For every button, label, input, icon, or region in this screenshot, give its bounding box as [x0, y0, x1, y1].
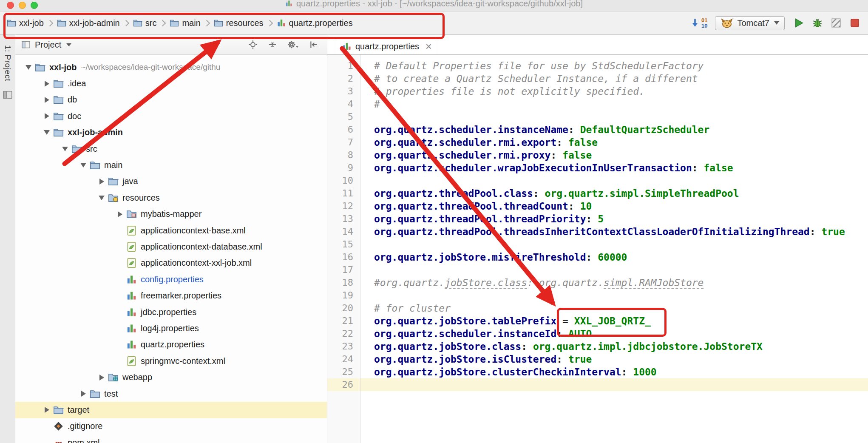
- incoming-changes-indicator[interactable]: 01 10: [690, 17, 707, 28]
- close-tab-icon[interactable]: ×: [425, 41, 432, 52]
- zoom-window-button[interactable]: [31, 2, 38, 9]
- tree-item-src[interactable]: src: [15, 141, 327, 157]
- tree-item-quartz.properties[interactable]: quartz.properties: [15, 337, 327, 353]
- collapse-all-button[interactable]: [268, 40, 277, 49]
- tree-item-pom.xml[interactable]: mpom.xml: [15, 434, 327, 443]
- tree-item-freemarker.properties[interactable]: freemarker.properties: [15, 287, 327, 304]
- tree-chevron-right-icon[interactable]: [95, 179, 108, 185]
- code-line-13[interactable]: org.quartz.threadPool.threadPriority: 5: [360, 213, 868, 225]
- folder-icon: [57, 18, 66, 28]
- folder-icon: [71, 144, 82, 154]
- tree-item-jdbc.properties[interactable]: jdbc.properties: [15, 304, 327, 320]
- project-stripe-button[interactable]: 1: Project: [3, 45, 12, 81]
- code-line-1[interactable]: # Default Properties file for use by Std…: [360, 60, 868, 72]
- tree-item-doc[interactable]: doc: [15, 108, 327, 124]
- tool-window-icon[interactable]: [3, 90, 13, 100]
- code-line-7[interactable]: org.quartz.scheduler.rmi.export: false: [360, 136, 868, 149]
- code-line-4[interactable]: #: [360, 98, 868, 111]
- locate-button[interactable]: [248, 40, 258, 49]
- code-line-10[interactable]: [360, 174, 868, 187]
- maven-icon: m: [53, 437, 64, 443]
- breadcrumb-quartz.properties[interactable]: quartz.properties: [277, 18, 353, 28]
- tree-item-applicationcontext-base.xml[interactable]: applicationcontext-base.xml: [15, 222, 327, 239]
- hide-button[interactable]: [309, 40, 318, 49]
- code-line-23[interactable]: org.quartz.jobStore.class: org.quartz.im…: [360, 340, 868, 353]
- tree-chevron-right-icon[interactable]: [113, 211, 126, 217]
- tree-chevron-right-icon[interactable]: [77, 391, 90, 397]
- editor-code[interactable]: # Default Properties file for use by Std…: [360, 55, 868, 443]
- code-line-24[interactable]: org.quartz.jobStore.isClustered: true: [360, 353, 868, 366]
- settings-button[interactable]: [287, 40, 299, 49]
- breadcrumb-src[interactable]: src: [133, 18, 157, 28]
- code-line-14[interactable]: org.quartz.threadPool.threadsInheritCont…: [360, 225, 868, 238]
- tree-chevron-right-icon[interactable]: [40, 113, 53, 119]
- code-token: jobStore.class: [445, 277, 527, 289]
- code-line-2[interactable]: # to create a Quartz Scheduler Instance,…: [360, 72, 868, 85]
- minimize-window-button[interactable]: [19, 2, 26, 9]
- tree-item-resources[interactable]: resources: [15, 190, 327, 206]
- tree-item-webapp[interactable]: webapp: [15, 369, 327, 385]
- stop-button[interactable]: [848, 17, 861, 29]
- tree-item-java[interactable]: java: [15, 173, 327, 190]
- breadcrumb-xxl-job-admin[interactable]: xxl-job-admin: [57, 18, 120, 28]
- tree-item-applicationcontext-xxl-job.xml[interactable]: applicationcontext-xxl-job.xml: [15, 255, 327, 271]
- code-line-25[interactable]: org.quartz.jobStore.clusterCheckinInterv…: [360, 366, 868, 378]
- code-line-20[interactable]: # for cluster: [360, 302, 868, 315]
- debug-button[interactable]: [811, 17, 824, 29]
- tree-chevron-right-icon[interactable]: [95, 375, 108, 381]
- tree-item-test[interactable]: test: [15, 386, 327, 402]
- tree-item-applicationcontext-database.xml[interactable]: applicationcontext-database.xml: [15, 239, 327, 255]
- breadcrumb-resources[interactable]: resources: [214, 18, 264, 28]
- breadcrumb-xxl-job[interactable]: xxl-job: [7, 18, 44, 28]
- tree-chevron-down-icon[interactable]: [22, 65, 35, 70]
- tree-item-target[interactable]: target: [15, 402, 327, 418]
- tree-chevron-down-icon[interactable]: [59, 147, 71, 151]
- code-line-5[interactable]: [360, 111, 868, 123]
- code-line-8[interactable]: org.quartz.scheduler.rmi.proxy: false: [360, 149, 868, 162]
- tree-chevron-down-icon[interactable]: [77, 163, 90, 168]
- run-configuration-select[interactable]: Tomcat7: [715, 16, 785, 30]
- tree-chevron-right-icon[interactable]: [40, 97, 53, 103]
- breadcrumb-main[interactable]: main: [170, 18, 200, 28]
- tree-item-xxl-job[interactable]: xxl-job~/workspaces/idea-git-workspace/g…: [15, 59, 327, 75]
- tree-item-springmvc-context.xml[interactable]: springmvc-context.xml: [15, 353, 327, 369]
- tree-item-xxl-job-admin[interactable]: xxl-job-admin: [15, 125, 327, 141]
- tree-chevron-down-icon[interactable]: [40, 130, 53, 135]
- code-line-18[interactable]: #org.quartz.jobStore.class: org.quartz.s…: [360, 276, 868, 289]
- tree-item-.idea[interactable]: .idea: [15, 75, 327, 91]
- tree-item-.gitignore[interactable]: .gitignore: [15, 418, 327, 434]
- tree-chevron-right-icon[interactable]: [40, 81, 53, 87]
- code-line-9[interactable]: org.quartz.scheduler.wrapJobExecutionInU…: [360, 162, 868, 174]
- code-token: :: [556, 354, 568, 365]
- code-line-19[interactable]: [360, 289, 868, 302]
- tree-item-log4j.properties[interactable]: log4j.properties: [15, 320, 327, 336]
- code-line-17[interactable]: [360, 264, 868, 276]
- code-line-3[interactable]: # properties file is not explicitly spec…: [360, 85, 868, 98]
- run-with-coverage-button[interactable]: [830, 17, 842, 29]
- code-token: :: [586, 252, 598, 263]
- code-line-6[interactable]: org.quartz.scheduler.instanceName: Defau…: [360, 123, 868, 136]
- tab-quartz-properties[interactable]: quartz.properties ×: [336, 38, 438, 54]
- code-line-12[interactable]: org.quartz.threadPool.threadCount: 10: [360, 200, 868, 213]
- project-panel-title[interactable]: Project: [35, 40, 61, 50]
- tree-item-config.properties[interactable]: config.properties: [15, 271, 327, 287]
- project-tool-window: Project xxl-job~/workspaces/idea-git-wor…: [15, 35, 327, 443]
- code-token: :: [810, 226, 822, 237]
- code-line-22[interactable]: org.quartz.scheduler.instanceId: AUTO: [360, 327, 868, 340]
- breadcrumb-label: resources: [226, 18, 264, 28]
- line-number: 5: [327, 111, 360, 123]
- tree-item-main[interactable]: main: [15, 157, 327, 173]
- panel-view-chevron-icon[interactable]: [66, 43, 71, 46]
- code-line-26[interactable]: [360, 378, 868, 391]
- tree-chevron-right-icon[interactable]: [40, 407, 53, 413]
- run-button[interactable]: [792, 17, 805, 29]
- close-window-button[interactable]: [7, 2, 14, 9]
- tree-item-mybatis-mapper[interactable]: mybatis-mapper: [15, 206, 327, 222]
- code-line-15[interactable]: [360, 238, 868, 251]
- tree-chevron-down-icon[interactable]: [95, 196, 108, 200]
- code-line-21[interactable]: org.quartz.jobStore.tablePrefix = XXL_JO…: [360, 315, 868, 327]
- code-token: true: [821, 226, 845, 237]
- code-line-11[interactable]: org.quartz.threadPool.class: org.quartz.…: [360, 187, 868, 200]
- tree-item-db[interactable]: db: [15, 92, 327, 108]
- code-line-16[interactable]: org.quartz.jobStore.misfireThreshold: 60…: [360, 251, 868, 264]
